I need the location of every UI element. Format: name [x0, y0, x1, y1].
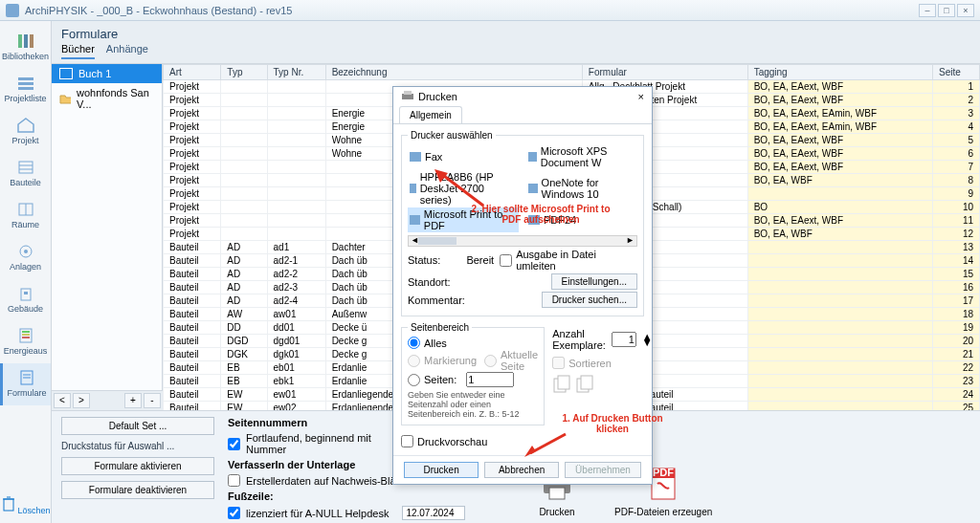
ersteller-check[interactable] — [228, 474, 240, 487]
col-Art[interactable]: Art — [164, 65, 221, 80]
svg-rect-38 — [581, 376, 592, 389]
pdf-caption: PDF-Dateien erzeugen — [614, 507, 712, 517]
tab-buecher[interactable]: Bücher — [61, 43, 95, 59]
umleiten-check[interactable]: Ausgabe in Datei umleiten — [500, 249, 637, 272]
window-maximize[interactable]: □ — [938, 4, 955, 17]
dialog-close[interactable]: × — [638, 91, 644, 102]
dialog-title: Drucken — [418, 91, 457, 102]
svg-rect-7 — [19, 162, 33, 173]
svg-rect-4 — [18, 82, 33, 85]
anzahl-label: Anzahl Exemplare: — [552, 328, 606, 351]
tree-toolbar: < > + - — [52, 390, 163, 410]
tree-remove[interactable]: - — [144, 393, 161, 408]
window-minimize[interactable]: – — [919, 4, 936, 17]
svg-rect-17 — [22, 331, 30, 333]
formulare-aktivieren-button[interactable]: Formulare aktivieren — [61, 457, 214, 475]
collate-icon — [552, 373, 600, 396]
radio-alles[interactable]: Alles — [408, 337, 538, 349]
page-heading: Formulare — [52, 21, 980, 43]
book-icon — [59, 68, 73, 79]
nav-energieausweis[interactable]: Energieaus — [0, 321, 51, 363]
dialog-drucken-button[interactable]: Drucken — [404, 462, 479, 478]
nav-projekt[interactable]: Projekt — [0, 111, 51, 153]
nav-loeschen[interactable]: Löschen — [0, 487, 50, 523]
window-close[interactable]: × — [957, 4, 974, 17]
print-dialog-icon — [401, 91, 414, 102]
col-Tagging[interactable]: Tagging — [747, 65, 932, 80]
nav-bauteile[interactable]: Bauteile — [0, 153, 51, 195]
svg-rect-18 — [22, 334, 30, 336]
vorschau-check[interactable]: Druckvorschau — [401, 435, 644, 447]
standort-label: Standort: — [408, 276, 461, 288]
default-set-button[interactable]: Default Set ... — [61, 417, 214, 435]
printer-xps[interactable]: Microsoft XPS Document W — [526, 144, 637, 169]
tree-book[interactable]: Buch 1 — [52, 64, 162, 83]
subtabs: Bücher Anhänge — [52, 43, 980, 64]
verfasser-label: VerfasserIn der Unterlage — [228, 459, 355, 470]
svg-rect-3 — [18, 77, 33, 80]
seiten-input[interactable] — [466, 372, 514, 387]
svg-rect-36 — [558, 376, 569, 389]
col-Formular[interactable]: Formular — [582, 65, 747, 80]
dialog-uebernehmen-button: Übernehmen — [565, 462, 641, 478]
nav-bibliotheken[interactable]: Bibliotheken — [0, 27, 51, 69]
app-icon — [6, 4, 19, 17]
folder-icon — [59, 93, 71, 104]
nav-projektliste[interactable]: Projektliste — [0, 69, 51, 111]
window-title: ArchiPHYSIK - _000_B - Eckwohnhaus (Best… — [25, 5, 292, 16]
status-value: Bereit — [466, 254, 494, 266]
lizenz-check[interactable] — [228, 507, 240, 519]
einstellungen-button[interactable]: Einstellungen... — [551, 273, 637, 290]
radio-aktuelle[interactable]: Aktuelle Seite — [484, 349, 538, 372]
book-tree: Buch 1 wohnfonds San V... — [52, 64, 163, 390]
radio-seiten[interactable]: Seiten: — [408, 372, 538, 387]
nav-raeume[interactable]: Räume — [0, 195, 51, 237]
printer-onenote[interactable]: OneNote for Windows 10 — [526, 170, 637, 207]
lizenz-label: lizenziert für A-NULL Helpdesk — [246, 508, 389, 519]
tree-next[interactable]: > — [73, 393, 90, 408]
tree-folder[interactable]: wohnfonds San V... — [52, 83, 162, 114]
printer-hp[interactable]: HPF2A8B6 (HP DeskJet 2700 series) — [408, 170, 519, 207]
tree-prev[interactable]: < — [54, 393, 71, 408]
svg-rect-19 — [22, 337, 30, 338]
anzahl-input[interactable] — [612, 332, 636, 347]
status-label: Status: — [408, 254, 460, 266]
svg-rect-30 — [549, 488, 565, 499]
nav-gebaeude[interactable]: Gebäude — [0, 279, 51, 321]
datum-input[interactable] — [402, 506, 465, 520]
left-nav: Bibliotheken Projektliste Projekt Bautei… — [0, 21, 52, 523]
sortieren-check[interactable]: Sortieren — [552, 357, 653, 369]
anzahl-down[interactable]: ▼ — [642, 339, 653, 345]
printer-select-group: Drucker auswählen Fax Microsoft XPS Docu… — [401, 130, 644, 316]
druckstatus-label: Druckstatus für Auswahl ... — [61, 441, 214, 451]
fortlaufend-label: Fortlaufend, beginnend mit Nummer — [246, 432, 396, 455]
formulare-deaktivieren-button[interactable]: Formulare deaktivieren — [61, 481, 214, 499]
col-Bezeichnung[interactable]: Bezeichnung — [325, 65, 582, 80]
printer-scrollbar[interactable]: ◄► — [408, 235, 637, 247]
col-Typ[interactable]: Typ — [221, 65, 267, 80]
nav-anlagen[interactable]: Anlagen — [0, 237, 51, 279]
seitenbereich-label: Seitenbereich — [408, 322, 472, 333]
window-titlebar: ArchiPHYSIK - _000_B - Eckwohnhaus (Best… — [0, 0, 980, 21]
col-Seite[interactable]: Seite — [933, 65, 980, 80]
tree-add[interactable]: + — [124, 393, 142, 408]
svg-marker-6 — [18, 119, 33, 132]
radio-markierung[interactable]: Markierung — [408, 349, 477, 372]
printer-mspdf[interactable]: Microsoft Print to PDF — [408, 207, 519, 232]
seitenbereich-group: Seitenbereich Alles Markierung Aktuelle … — [401, 322, 545, 425]
col-Typ Nr.[interactable]: Typ Nr. — [267, 65, 325, 80]
svg-point-13 — [24, 250, 28, 253]
fortlaufend-check[interactable] — [228, 438, 240, 450]
dialog-abbrechen-button[interactable]: Abbrechen — [484, 462, 559, 478]
tab-anhaenge[interactable]: Anhänge — [106, 43, 148, 59]
seitennummern-label: Seitennummern — [228, 417, 307, 428]
printer-pdf24[interactable]: PDF24 — [526, 207, 637, 232]
svg-rect-23 — [4, 499, 13, 511]
printer-fax[interactable]: Fax — [408, 144, 519, 169]
drucker-suchen-button[interactable]: Drucker suchen... — [542, 292, 637, 308]
nav-formulare[interactable]: Formulare — [0, 363, 51, 405]
dialog-tab-allgemein[interactable]: Allgemein — [399, 106, 462, 123]
fusszeile-label: Fußzeile: — [228, 490, 274, 502]
drucken-caption: Drucken — [538, 507, 576, 517]
svg-text:PDF: PDF — [653, 467, 674, 478]
